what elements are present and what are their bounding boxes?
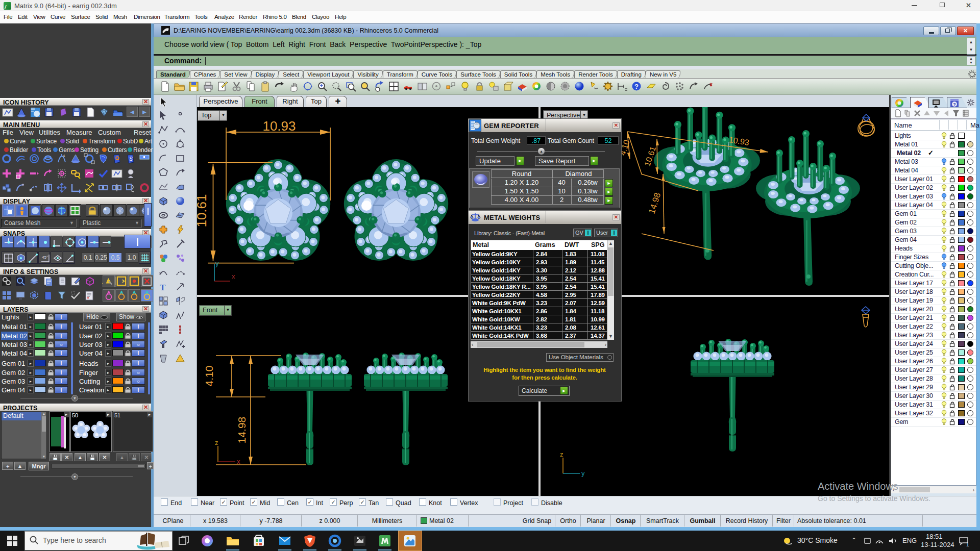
svg-text:y: y (215, 260, 219, 267)
svg-text:S: S (129, 156, 133, 162)
svg-text:10.93: 10.93 (262, 118, 296, 134)
svg-text:45°: 45° (42, 255, 48, 260)
svg-text:x: x (237, 458, 240, 465)
svg-text:z: z (560, 450, 564, 458)
svg-text:10.61: 10.61 (197, 194, 209, 227)
svg-text:z: z (215, 439, 218, 446)
svg-text:4.10: 4.10 (203, 366, 215, 387)
svg-text:?: ? (953, 102, 956, 107)
svg-text:T: T (160, 283, 166, 292)
svg-text:14.98: 14.98 (236, 417, 248, 444)
svg-text:?: ? (634, 83, 639, 90)
svg-text:4: 4 (63, 154, 65, 158)
svg-text:y: y (581, 469, 585, 477)
svg-text:x: x (232, 272, 235, 280)
